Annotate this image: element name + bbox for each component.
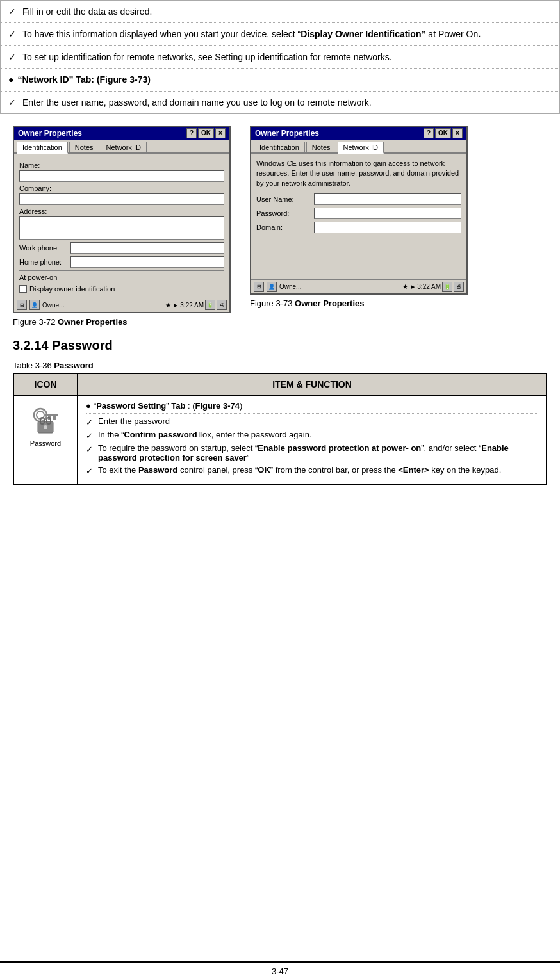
icon-label: Password [22, 439, 69, 447]
content-check-row-2: ✓ In the “Confirm password 𠇋ox, enter th… [86, 430, 538, 441]
section-heading: 3.2.14 Password [13, 338, 547, 353]
col-function-header: ITEM & FUNCTION [78, 373, 547, 395]
printer-icon-r: 🖨 [454, 282, 464, 292]
username-label: User Name: [256, 195, 314, 203]
window-title-left: Owner Properties [18, 129, 186, 138]
window-title-right: Owner Properties [255, 129, 424, 138]
close-button-left[interactable]: × [215, 128, 226, 138]
start-icon-right[interactable]: ⊞ [254, 282, 264, 292]
network-icon-r: ★ [402, 283, 408, 290]
close-button-right[interactable]: × [452, 128, 463, 138]
work-phone-input[interactable] [70, 242, 224, 254]
battery-icon: 🔋 [205, 300, 215, 310]
check-text-2: In the “Confirm password 𠇋ox, enter the … [98, 430, 312, 439]
check-text-1: Enter the password [98, 416, 170, 426]
instruction-row-3: ✓ To set up identification for remote ne… [8, 50, 552, 64]
instruction-row-2: ✓ To have this information displayed whe… [8, 27, 552, 41]
address-label: Address: [19, 208, 224, 215]
question-button-left[interactable]: ? [186, 128, 197, 138]
password-label: Password: [256, 209, 314, 217]
name-label: Name: [19, 161, 224, 169]
owner-app-label-right[interactable]: Owne... [279, 283, 301, 290]
checkmark-icon: ✓ [8, 27, 16, 41]
window-body-left: Name: Company: Address: Work phone: [14, 154, 229, 298]
taskbar-left: ⊞ 👤 Owne... ★ ► 3:22 AM 🔋 🖨 [14, 298, 229, 312]
checkmark-icon: ✓ [8, 50, 16, 64]
col-icon-header: ICON [13, 373, 78, 395]
tabs-left: Identification Notes Network ID [14, 140, 229, 154]
tab-identification-right[interactable]: Identification [254, 142, 305, 152]
instruction-table: ✓ Fill in or edit the data as desired. ✓… [0, 0, 560, 114]
figures-row: Owner Properties ? OK × Identification N… [13, 126, 547, 327]
username-input[interactable] [314, 193, 461, 205]
home-phone-input[interactable] [70, 256, 224, 268]
tab-identification-left[interactable]: Identification [17, 142, 68, 154]
bullet-dot: ● [86, 401, 91, 411]
home-phone-row: Home phone: [19, 256, 224, 268]
password-table: ICON ITEM & FUNCTION [13, 373, 547, 485]
figure-right: Owner Properties ? OK × Identification N… [250, 126, 468, 308]
page-footer: 3-47 [0, 961, 560, 980]
titlebar-buttons-left[interactable]: ? OK × [186, 128, 226, 138]
titlebar-buttons-right[interactable]: ? OK × [424, 128, 463, 138]
taskbar-right: ⊞ 👤 Owne... ★ ► 3:22 AM 🔋 🖨 [251, 279, 466, 293]
checkmark-icon: ✓ [8, 4, 16, 19]
content-cell: ● “Password Setting” Tab : (Figure 3-74)… [78, 395, 547, 484]
window-body-right: Windows CE uses this information to gain… [251, 154, 466, 279]
check-text-3: To require the password on startup, sele… [98, 443, 538, 462]
tab-networkid-left[interactable]: Network ID [101, 142, 147, 152]
spacer [256, 236, 461, 274]
tabs-right: Identification Notes Network ID [251, 140, 466, 154]
titlebar-left: Owner Properties ? OK × [14, 127, 229, 140]
ok-button-left[interactable]: OK [198, 128, 214, 138]
domain-label: Domain: [256, 224, 314, 231]
taskbar-right-icons-r: ★ ► 3:22 AM 🔋 🖨 [402, 282, 464, 292]
instruction-row-4: ✓ Enter the user name, password, and dom… [8, 95, 552, 110]
svg-rect-2 [45, 414, 58, 416]
tab-networkid-right[interactable]: Network ID [338, 142, 384, 154]
table-caption: Table 3-36 Password [13, 361, 547, 370]
figure-caption-left: Figure 3-72 Owner Properties [13, 317, 127, 327]
divider1 [86, 413, 538, 414]
password-icon-svg [29, 404, 62, 437]
figure-caption-right: Figure 3-73 Owner Properties [250, 298, 364, 308]
titlebar-right: Owner Properties ? OK × [251, 127, 466, 140]
owner-app-label[interactable]: Owne... [42, 302, 64, 309]
svg-rect-3 [53, 416, 56, 420]
page-number: 3-47 [272, 967, 288, 976]
start-icon[interactable]: ⊞ [17, 300, 27, 310]
content-check-row-4: ✓ To exit the Password control panel, pr… [86, 465, 538, 476]
arrow-icon: ► [172, 302, 179, 309]
check-icon-4: ✓ [86, 466, 93, 476]
check-icon-3: ✓ [86, 445, 93, 454]
checkmark-icon: ✓ [8, 95, 16, 110]
tab-notes-left[interactable]: Notes [69, 142, 99, 152]
company-label: Company: [19, 184, 224, 192]
address-input[interactable] [19, 216, 224, 240]
company-input[interactable] [19, 193, 224, 205]
ok-button-right[interactable]: OK [435, 128, 451, 138]
question-button-right[interactable]: ? [424, 128, 434, 138]
owner-properties-window-left: Owner Properties ? OK × Identification N… [13, 126, 231, 313]
tab-notes-right[interactable]: Notes [306, 142, 336, 152]
power-on-label: At power-on [19, 274, 224, 281]
display-owner-checkbox[interactable] [19, 285, 27, 293]
name-input[interactable] [19, 170, 224, 182]
domain-row: Domain: [256, 222, 461, 233]
domain-input[interactable] [314, 222, 461, 233]
check-icon-2: ✓ [86, 431, 93, 441]
check-icon-1: ✓ [86, 418, 93, 427]
arrow-icon-r: ► [409, 283, 416, 290]
username-row: User Name: [256, 193, 461, 205]
home-phone-label: Home phone: [19, 258, 70, 266]
divider [19, 270, 224, 271]
table-row-password: Password ● “Password Setting” Tab : (Fig… [13, 395, 547, 484]
password-input[interactable] [314, 208, 461, 219]
figure-left: Owner Properties ? OK × Identification N… [13, 126, 231, 327]
owner-icon-right: 👤 [267, 282, 277, 292]
work-phone-row: Work phone: [19, 242, 224, 254]
owner-icon: 👤 [29, 300, 40, 310]
display-owner-row: Display owner identification [19, 285, 224, 293]
bullet-text: “Password Setting” Tab : (Figure 3-74) [94, 401, 242, 411]
content-check-row-1: ✓ Enter the password [86, 416, 538, 427]
